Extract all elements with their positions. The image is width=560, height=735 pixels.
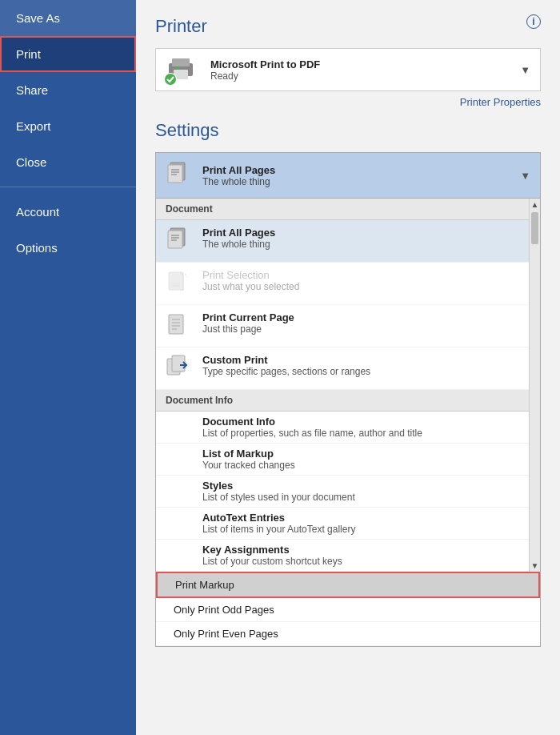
print-current-main: Print Current Page — [202, 311, 530, 323]
printer-dropdown-arrow[interactable]: ▼ — [520, 64, 530, 76]
custom-print-main: Custom Print — [202, 354, 530, 366]
print-selection-text: Print Selection Just what you selected — [202, 269, 530, 292]
doc-info-main: Document Info — [202, 416, 530, 428]
print-selection-main: Print Selection — [202, 269, 530, 281]
svg-rect-1 — [172, 58, 190, 66]
list-markup-main: List of Markup — [202, 448, 530, 460]
autotext-sub: List of items in your AutoText gallery — [202, 524, 530, 535]
printer-properties-link[interactable]: Printer Properties — [460, 96, 541, 108]
plain-item-print-markup[interactable]: Print Markup — [156, 572, 540, 598]
plain-item-odd-pages[interactable]: Only Print Odd Pages — [156, 598, 540, 622]
autotext-main: AutoText Entries — [202, 512, 530, 524]
key-assignments-main: Key Assignments — [202, 544, 530, 556]
sidebar-label-options: Options — [16, 241, 58, 255]
print-selection-sub: Just what you selected — [202, 281, 530, 292]
dropdown-item-custom-print[interactable]: Custom Print Type specific pages, sectio… — [156, 347, 540, 390]
sidebar-item-close[interactable]: Close — [0, 144, 136, 180]
dropdown-scroll-wrap: Document Print All Pages The whole thing — [156, 199, 540, 572]
plain-item-even-pages[interactable]: Only Print Even Pages — [156, 622, 540, 646]
main-content: i Printer Microsoft Print to PDF Ready ▼ — [136, 0, 560, 735]
sidebar-item-share[interactable]: Share — [0, 72, 136, 108]
scroll-thumb[interactable] — [531, 212, 538, 244]
dropdown-item-print-selection: Print Selection Just what you selected — [156, 263, 540, 305]
svg-point-4 — [165, 74, 176, 85]
print-all-sub: The whole thing — [202, 239, 530, 250]
printer-name: Microsoft Print to PDF — [210, 58, 514, 70]
settings-dropdown-sub: The whole thing — [202, 176, 514, 187]
list-markup-sub: Your tracked changes — [202, 460, 530, 471]
dropdown-item-styles[interactable]: Styles List of styles used in your docum… — [156, 476, 540, 508]
dropdown-item-key-assignments[interactable]: Key Assignments List of your custom shor… — [156, 540, 540, 572]
svg-rect-6 — [168, 165, 182, 183]
doc-info-sub: List of properties, such as file name, a… — [202, 428, 530, 439]
printer-info: Microsoft Print to PDF Ready — [210, 58, 514, 82]
svg-rect-24 — [172, 355, 185, 372]
settings-section-title: Settings — [155, 120, 541, 141]
print-current-sub: Just this page — [202, 323, 530, 335]
sidebar-divider — [0, 187, 136, 187]
document-section-header: Document — [156, 199, 540, 220]
print-current-icon — [166, 311, 194, 340]
sidebar-item-print[interactable]: Print — [0, 36, 136, 72]
settings-dropdown-main: Print All Pages — [202, 164, 514, 176]
sidebar-item-options[interactable]: Options — [0, 230, 136, 266]
dropdown-item-autotext[interactable]: AutoText Entries List of items in your A… — [156, 508, 540, 540]
settings-dropdown-arrow[interactable]: ▼ — [520, 170, 530, 182]
scroll-up-arrow[interactable]: ▲ — [530, 199, 540, 211]
printer-row[interactable]: Microsoft Print to PDF Ready ▼ — [155, 48, 541, 91]
printer-check-icon — [164, 73, 177, 86]
even-pages-label: Only Print Even Pages — [174, 628, 278, 640]
sidebar-item-export[interactable]: Export — [0, 108, 136, 144]
info-icon[interactable]: i — [526, 14, 541, 29]
sidebar-label-print: Print — [16, 47, 41, 61]
key-assignments-sub: List of your custom shortcut keys — [202, 556, 530, 567]
svg-rect-18 — [169, 315, 183, 334]
sidebar-item-save-as[interactable]: Save As — [0, 0, 136, 36]
print-all-text: Print All Pages The whole thing — [202, 227, 530, 250]
svg-rect-15 — [169, 272, 183, 290]
sidebar: Save As Print Share Export Close Account… — [0, 0, 136, 735]
styles-sub: List of styles used in your document — [202, 492, 530, 503]
sidebar-item-account[interactable]: Account — [0, 194, 136, 230]
styles-main: Styles — [202, 480, 530, 492]
document-info-section-header: Document Info — [156, 390, 540, 412]
custom-print-text: Custom Print Type specific pages, sectio… — [202, 354, 530, 377]
print-all-icon — [166, 227, 194, 255]
printer-icon-wrap — [166, 55, 201, 84]
svg-rect-3 — [176, 66, 179, 69]
odd-pages-label: Only Print Odd Pages — [174, 604, 274, 616]
print-current-text: Print Current Page Just this page — [202, 311, 530, 335]
svg-rect-11 — [168, 231, 182, 248]
sidebar-label-account: Account — [16, 205, 59, 219]
print-selection-icon — [166, 269, 194, 298]
dropdown-item-print-current[interactable]: Print Current Page Just this page — [156, 305, 540, 347]
settings-dropdown-text: Print All Pages The whole thing — [202, 164, 514, 187]
sidebar-label-close: Close — [16, 155, 46, 169]
scrollbar[interactable]: ▲ ▼ — [529, 199, 540, 572]
print-all-main: Print All Pages — [202, 227, 530, 239]
settings-dropdown[interactable]: Print All Pages The whole thing ▼ — [155, 152, 541, 199]
custom-print-icon — [166, 354, 194, 383]
sidebar-label-share: Share — [16, 83, 48, 97]
dropdown-item-list-markup[interactable]: List of Markup Your tracked changes — [156, 444, 540, 476]
print-all-pages-icon — [166, 161, 194, 190]
sidebar-label-save-as: Save As — [16, 11, 60, 25]
sidebar-label-export: Export — [16, 119, 50, 133]
print-markup-label: Print Markup — [175, 579, 234, 591]
custom-print-sub: Type specific pages, sections or ranges — [202, 366, 530, 377]
dropdown-item-doc-info[interactable]: Document Info List of properties, such a… — [156, 412, 540, 444]
printer-section-title: Printer — [155, 16, 541, 37]
scroll-down-arrow[interactable]: ▼ — [530, 560, 540, 572]
dropdown-item-print-all[interactable]: Print All Pages The whole thing — [156, 220, 540, 263]
printer-status: Ready — [210, 70, 514, 82]
dropdown-panel: Document Print All Pages The whole thing — [155, 199, 541, 647]
